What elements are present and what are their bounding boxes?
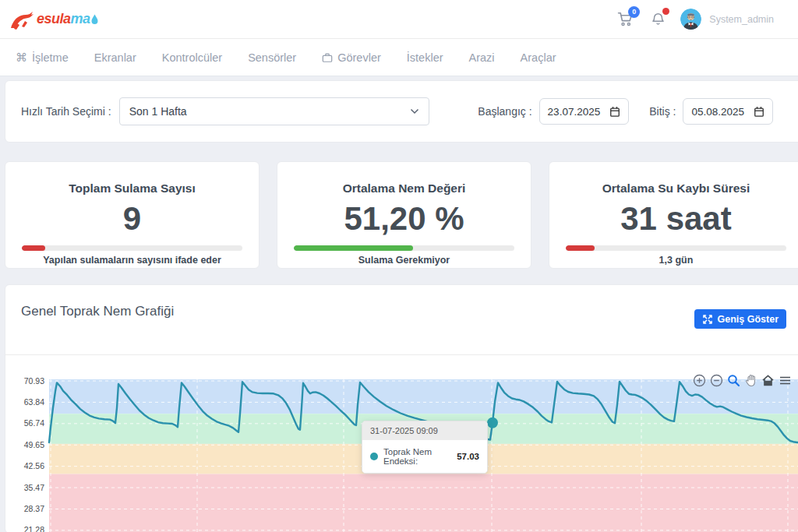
start-date-input[interactable]: 23.07.2025: [539, 98, 630, 125]
page: esulama 0: [0, 0, 798, 532]
tooltip-value: 57.03: [457, 452, 479, 461]
stat-card-total-irrigation: Toplam Sulama Sayısı 9 Yapılan sulamalar…: [5, 161, 260, 269]
stat-value: 51,20 %: [294, 203, 514, 235]
stat-caption: Sulama Gerekmiyor: [294, 255, 514, 266]
expand-icon: [702, 314, 713, 325]
cart-button[interactable]: 0: [615, 9, 635, 30]
divider: [5, 354, 798, 355]
command-icon: ⌘: [16, 51, 27, 63]
top-right-cluster: 0: [615, 9, 774, 30]
nav-item-gorevler[interactable]: Görevler: [322, 51, 381, 64]
stat-title: Ortalama Su Kaybı Süresi: [566, 181, 786, 196]
stat-caption: Yapılan sulamaların sayısını ifade eder: [22, 255, 242, 266]
chart-toolbar: [693, 374, 792, 387]
calendar-icon[interactable]: [754, 106, 764, 118]
selection-zoom-icon[interactable]: [727, 374, 740, 387]
bell-icon: [651, 12, 665, 26]
nav-item-araclar[interactable]: Araçlar: [521, 51, 556, 64]
stat-progress-fill: [566, 245, 595, 251]
chevron-down-icon: [410, 108, 419, 115]
main-nav: ⌘ İşletme Ekranlar Kontrolcüler Sensörle…: [0, 39, 798, 76]
soil-moisture-chart-card: Genel Toprak Nem Grafiği Geniş Göster: [5, 284, 798, 532]
tooltip-body: Toprak Nem Endeksi: 57.03: [362, 440, 487, 473]
logo-wordmark: esulama: [37, 11, 90, 27]
tooltip-series-label: Toprak Nem Endeksi:: [383, 447, 450, 466]
nav-item-istekler[interactable]: İstekler: [407, 51, 443, 64]
stat-cards-row: Toplam Sulama Sayısı 9 Yapılan sulamalar…: [5, 161, 798, 269]
quick-date-label: Hızlı Tarih Seçimi :: [21, 105, 111, 118]
date-filter-bar: Hızlı Tarih Seçimi : Son 1 Hafta Başlang…: [5, 80, 798, 143]
logo-animal-icon: [9, 8, 36, 31]
nav-item-arazi[interactable]: Arazi: [469, 51, 495, 64]
nav-item-kontrolculer[interactable]: Kontrolcüler: [162, 51, 222, 64]
calendar-icon[interactable]: [609, 106, 620, 118]
main-content: Hızlı Tarih Seçimi : Son 1 Hafta Başlang…: [0, 76, 798, 532]
pan-icon[interactable]: [744, 374, 757, 387]
stat-progress-track: [566, 245, 786, 251]
quick-date-select[interactable]: Son 1 Hafta: [119, 97, 429, 125]
chart-tooltip: 31-07-2025 09:09 Toprak Nem Endeksi: 57.…: [362, 421, 488, 474]
tooltip-timestamp: 31-07-2025 09:09: [362, 421, 487, 440]
logo-droplet-icon: [91, 14, 98, 24]
cart-count-badge: 0: [628, 6, 640, 18]
stat-progress-fill: [22, 245, 45, 251]
zoom-out-icon[interactable]: [710, 374, 723, 387]
notifications-button[interactable]: [648, 9, 668, 30]
stat-title: Ortalama Nem Değeri: [294, 181, 514, 196]
stat-progress-track: [22, 245, 242, 251]
avatar[interactable]: [680, 9, 701, 30]
stat-value: 31 saat: [566, 203, 786, 235]
notification-dot: [662, 8, 669, 15]
stat-card-water-loss: Ortalama Su Kaybı Süresi 31 saat 1,3 gün: [549, 161, 798, 269]
top-bar: esulama 0: [0, 0, 798, 39]
stat-title: Toplam Sulama Sayısı: [22, 181, 242, 196]
stat-progress-track: [294, 245, 514, 251]
briefcase-icon: [322, 52, 333, 63]
nav-item-isletme[interactable]: ⌘ İşletme: [16, 51, 69, 64]
menu-icon[interactable]: [779, 374, 792, 387]
end-date-input[interactable]: 05.08.2025: [683, 98, 773, 125]
username-label: System_admin: [709, 14, 774, 25]
start-date-label: Başlangıç :: [478, 105, 531, 118]
nav-item-ekranlar[interactable]: Ekranlar: [94, 51, 136, 64]
series-dot-icon: [370, 453, 378, 460]
avatar-image: [680, 9, 701, 30]
stat-card-average-moisture: Ortalama Nem Değeri 51,20 % Sulama Gerek…: [277, 161, 531, 269]
end-date-label: Bitiş :: [649, 105, 676, 118]
stat-value: 9: [22, 203, 242, 235]
home-icon[interactable]: [761, 374, 775, 387]
stat-progress-fill: [294, 245, 413, 251]
start-date-group: Başlangıç : 23.07.2025: [478, 98, 629, 125]
chart-title: Genel Toprak Nem Grafiği: [21, 304, 174, 319]
expand-chart-button[interactable]: Geniş Göster: [694, 309, 787, 329]
stat-caption: 1,3 gün: [566, 255, 786, 266]
app-logo[interactable]: esulama: [9, 8, 98, 31]
end-date-group: Bitiş : 05.08.2025: [649, 98, 773, 125]
zoom-in-icon[interactable]: [693, 374, 706, 387]
nav-item-sensorler[interactable]: Sensörler: [248, 51, 296, 64]
